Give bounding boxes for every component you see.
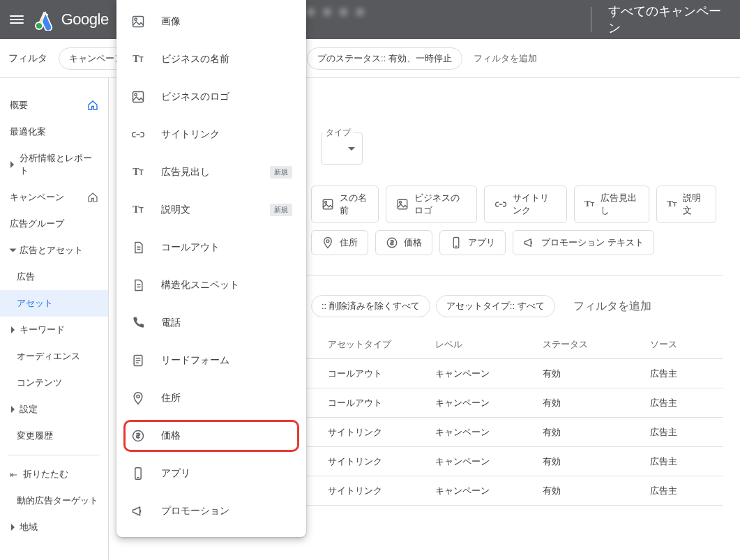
asset-chip-app[interactable]: アプリ (439, 230, 506, 255)
add-filter-link[interactable]: フィルタを追加 (474, 52, 537, 65)
filter-chip-asset-type[interactable]: アセットタイプ:: すべて (436, 295, 555, 317)
app-header: Google ● ● ● ● ● ● すべてのキャンペーン (0, 0, 740, 39)
nav-divider (8, 455, 100, 455)
col-asset-type[interactable]: アセットタイプ (328, 338, 435, 351)
chevron-down-icon (348, 147, 355, 151)
nav-adgroups[interactable]: 広告グループ (0, 211, 108, 237)
nav-history-label: 変更履歴 (17, 430, 53, 442)
nav-history[interactable]: 変更履歴 (0, 423, 108, 449)
dd-promo[interactable]: プロモーション (116, 492, 306, 530)
svg-point-12 (135, 93, 137, 96)
nav-ads[interactable]: 広告 (0, 264, 108, 290)
nav-collapse-label: 折りたたむ (23, 468, 68, 480)
text-icon: TT (130, 202, 146, 218)
asset-chip-promo[interactable]: プロモーション テキスト (513, 230, 654, 255)
smartphone-icon (130, 466, 146, 481)
text-icon: TT (130, 165, 146, 180)
cell-source: 広告主 (650, 426, 723, 439)
document-icon (130, 240, 146, 255)
header-separator (591, 7, 591, 32)
cell-type: サイトリンク (328, 455, 435, 468)
nav-insights[interactable]: 分析情報とレポート (0, 145, 108, 184)
expand-icon (11, 524, 15, 531)
asset-chip-business-name[interactable]: スの名前 (311, 186, 379, 223)
nav-overview[interactable]: 概要 (0, 92, 108, 119)
col-source[interactable]: ソース (650, 338, 723, 351)
nav-keywords[interactable]: キーワード (0, 317, 108, 343)
nav-recommendations[interactable]: 最適化案 (0, 119, 108, 145)
dd-headline[interactable]: TT広告見出し新規 (116, 153, 306, 191)
dd-call[interactable]: 電話 (116, 304, 306, 342)
nav-ads-label: 広告 (17, 271, 35, 283)
nav-audiences[interactable]: オーディエンス (0, 343, 108, 370)
nav-contents-label: コンテンツ (17, 377, 62, 389)
asset-chip-label: 価格 (404, 236, 422, 249)
dd-label: アプリ (161, 467, 190, 480)
dd-label: サイトリンク (161, 128, 220, 141)
asset-chip-label: 説明文 (683, 192, 706, 217)
dd-description[interactable]: TT説明文新規 (116, 191, 306, 229)
document-icon (130, 278, 146, 293)
cell-type: サイトリンク (328, 426, 435, 439)
nav-locations[interactable]: 地域 (0, 514, 108, 540)
asset-chip-description[interactable]: TT説明文 (656, 186, 716, 223)
filter-label: フィルタ (8, 52, 47, 65)
dd-snippet[interactable]: 構造化スニペット (116, 266, 306, 304)
nav-dynamic-targets[interactable]: 動的広告ターゲット (0, 487, 108, 514)
dd-location[interactable]: 住所 (116, 379, 306, 417)
google-ads-logo (33, 8, 56, 31)
dd-business-name[interactable]: TTビジネスの名前 (116, 40, 306, 78)
asset-chip-headline[interactable]: TT広告見出し (574, 186, 649, 223)
nav-campaigns[interactable]: キャンペーン (0, 184, 108, 211)
filter-chip-group-status[interactable]: プのステータス:: 有効、一時停止 (307, 47, 462, 70)
asset-chip-location[interactable]: 住所 (311, 230, 368, 255)
add-table-filter[interactable]: フィルタを追加 (573, 299, 651, 314)
dd-label: 価格 (161, 430, 181, 442)
cell-status: 有効 (543, 368, 650, 380)
dd-label: 画像 (161, 15, 181, 28)
nav-settings[interactable]: 設定 (0, 396, 108, 423)
image-icon (130, 14, 146, 29)
dd-label: 住所 (161, 392, 181, 404)
asset-chip-price[interactable]: 価格 (375, 230, 432, 255)
dd-callout[interactable]: コールアウト (116, 229, 306, 266)
dd-label: ビジネスの名前 (161, 53, 229, 66)
dd-label: 構造化スニペット (161, 279, 239, 292)
home-icon (87, 192, 98, 203)
svg-rect-3 (398, 199, 407, 209)
collapse-icon: ⇤ (10, 469, 17, 480)
dd-leadform[interactable]: リードフォーム (116, 342, 306, 379)
brand-text: Google (61, 10, 109, 29)
add-asset-dropdown: 画像 TTビジネスの名前 ビジネスのロゴ サイトリンク TT広告見出し新規 TT… (116, 0, 306, 537)
menu-icon[interactable] (8, 11, 25, 28)
nav-insights-label: 分析情報とレポート (20, 152, 98, 177)
cell-level: キャンペーン (435, 485, 543, 497)
form-icon (130, 353, 146, 368)
col-level[interactable]: レベル (435, 338, 543, 351)
expand-icon (11, 326, 15, 333)
col-status[interactable]: ステータス (543, 338, 650, 351)
new-badge: 新規 (270, 204, 292, 216)
cell-status: 有効 (543, 455, 650, 468)
dd-price[interactable]: 価格 (116, 417, 306, 455)
asset-chip-business-logo[interactable]: ビジネスのロゴ (386, 186, 477, 223)
nav-ads-assets[interactable]: 広告とアセット (0, 237, 108, 264)
nav-contents[interactable]: コンテンツ (0, 370, 108, 396)
filter-chip-status[interactable]: :: 削除済みを除くすべて (311, 295, 430, 317)
dd-business-logo[interactable]: ビジネスのロゴ (116, 78, 306, 116)
nav-assets[interactable]: アセット (0, 290, 108, 317)
asset-chip-sitelink[interactable]: サイトリンク (484, 186, 567, 223)
dd-app[interactable]: アプリ (116, 455, 306, 492)
expand-icon (11, 406, 15, 413)
nav-collapse[interactable]: ⇤折りたたむ (0, 461, 108, 487)
dd-sitelink[interactable]: サイトリンク (116, 116, 306, 153)
pin-icon (130, 391, 146, 406)
dd-image[interactable]: 画像 (116, 3, 306, 40)
cell-type: コールアウト (328, 397, 435, 409)
pin-icon (322, 236, 334, 249)
header-scope[interactable]: すべてのキャンペーン (608, 3, 732, 36)
svg-point-4 (400, 202, 402, 204)
cell-level: キャンペーン (435, 397, 543, 409)
svg-rect-11 (133, 92, 144, 103)
asset-chip-label: サイトリンク (513, 192, 557, 217)
